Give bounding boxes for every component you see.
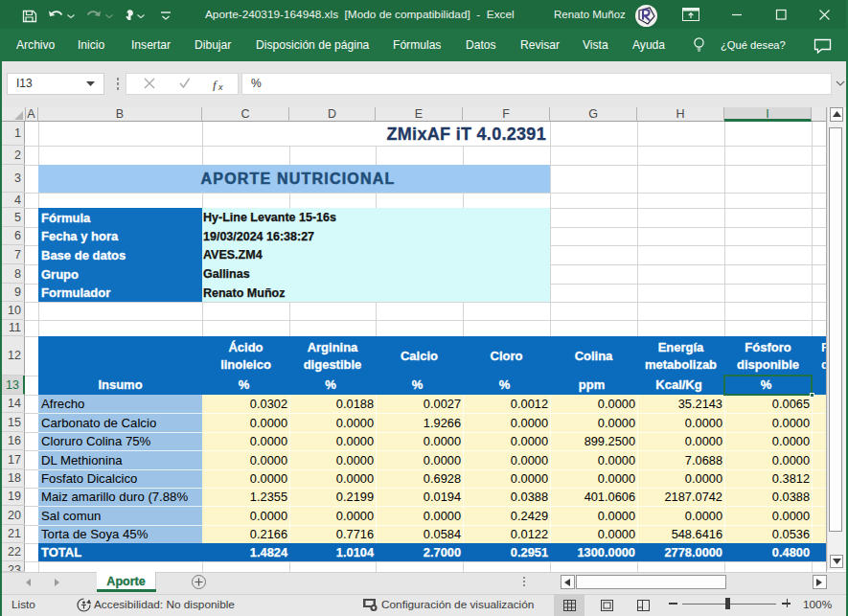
svg-text:x: x xyxy=(218,82,223,91)
